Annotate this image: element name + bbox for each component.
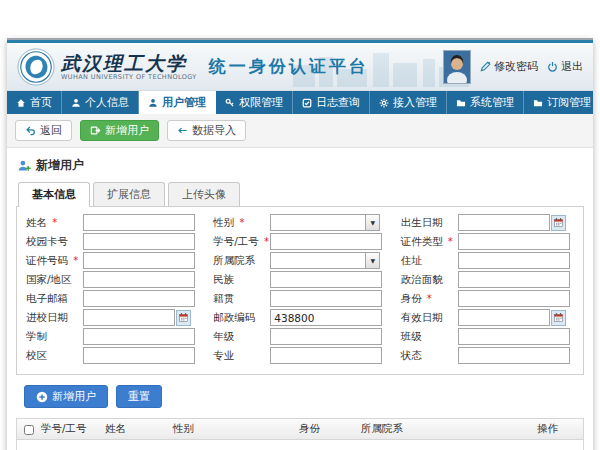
- platform-title: 统一身份认证平台: [209, 55, 369, 78]
- field-postal-code-input[interactable]: [270, 309, 382, 326]
- field-campus-card-no-input[interactable]: [83, 233, 195, 250]
- nav-item-log-query[interactable]: 日志查询: [293, 91, 370, 114]
- field-gender-select[interactable]: ▼: [270, 214, 380, 231]
- reset-button[interactable]: 重置: [116, 385, 162, 408]
- folder-icon: [456, 98, 466, 108]
- field-campus-input[interactable]: [83, 347, 195, 364]
- back-arrow-icon: [25, 125, 36, 136]
- nav-item-access-management[interactable]: 接入管理: [370, 91, 447, 114]
- university-name-cn: 武汉理工大学: [61, 53, 197, 73]
- field-campus-card-no-label: 校园卡号: [19, 235, 83, 249]
- key-icon: [225, 98, 235, 108]
- tab-extended-info[interactable]: 扩展信息: [93, 182, 165, 206]
- field-birth-date-input[interactable]: [458, 214, 550, 231]
- field-ethnicity-input[interactable]: [270, 271, 382, 288]
- field-name-label: 姓名 *: [19, 216, 83, 230]
- import-arrow-icon: [177, 125, 188, 136]
- field-id-type-label: 证件类型 *: [394, 235, 458, 249]
- data-import-button[interactable]: 数据导入: [167, 120, 246, 141]
- field-enroll-date-input[interactable]: [83, 309, 175, 326]
- log-icon: [302, 98, 312, 108]
- field-identity-input[interactable]: [458, 290, 570, 307]
- field-schooling-length-label: 学制: [19, 330, 83, 344]
- calendar-button-enroll-date[interactable]: [176, 310, 191, 326]
- form-row-native-place: 籍贯: [206, 290, 393, 307]
- add-user-icon: [90, 125, 101, 136]
- field-department-select[interactable]: ▼: [270, 252, 380, 269]
- nav-item-user-management[interactable]: 用户管理: [139, 91, 216, 114]
- chevron-down-icon: ▼: [365, 253, 379, 268]
- user-icon: [148, 98, 158, 108]
- field-major-input[interactable]: [270, 347, 382, 364]
- select-all-cell: [17, 423, 39, 435]
- form-actions: 新增用户 重置: [16, 375, 584, 418]
- nav-item-label: 个人信息: [85, 95, 129, 110]
- field-native-place-input[interactable]: [270, 290, 382, 307]
- tab-basic-info[interactable]: 基本信息: [18, 182, 90, 207]
- university-name-en: WUHAN UNIVERSITY OF TECHNOLOGY: [61, 73, 197, 81]
- user-avatar[interactable]: [443, 50, 471, 84]
- back-button[interactable]: 返回: [15, 120, 72, 141]
- add-user-toolbar-button[interactable]: 新增用户: [80, 120, 159, 141]
- field-class-input[interactable]: [458, 328, 570, 345]
- field-email-label: 电子邮箱: [19, 292, 83, 306]
- nav-item-label: 权限管理: [239, 95, 283, 110]
- section-header: 新增用户: [16, 154, 584, 182]
- field-student-no-input[interactable]: [270, 233, 382, 250]
- nav-item-permission-management[interactable]: 权限管理: [216, 91, 293, 114]
- form-row-grade: 年级: [206, 328, 393, 345]
- form-row-political-status: 政治面貌: [394, 271, 581, 288]
- field-id-type-input[interactable]: [458, 233, 570, 250]
- nav-item-system-management[interactable]: 系统管理: [447, 91, 524, 114]
- field-country-region-input[interactable]: [83, 271, 195, 288]
- field-class-label: 班级: [394, 330, 458, 344]
- tab-strip: 基本信息扩展信息上传头像: [16, 182, 584, 206]
- logout-link[interactable]: 退出: [547, 59, 583, 74]
- form-row-address: 住址: [394, 252, 581, 269]
- field-major-label: 专业: [206, 349, 270, 363]
- add-user-toolbar-label: 新增用户: [105, 124, 149, 137]
- field-valid-date-label: 有效日期: [394, 311, 458, 325]
- tab-upload-avatar[interactable]: 上传头像: [168, 182, 240, 206]
- nav-item-subscription-management[interactable]: 订阅管理: [524, 91, 600, 114]
- select-all-checkbox[interactable]: [24, 425, 34, 435]
- calendar-button-valid-date[interactable]: [551, 310, 566, 326]
- new-user-icon: [18, 159, 31, 172]
- form-column-3: 出生日期证件类型 *住址政治面貌身份 *有效日期班级状态: [394, 214, 581, 366]
- field-grade-input[interactable]: [270, 328, 382, 345]
- form-row-campus: 校区: [19, 347, 206, 364]
- field-email-input[interactable]: [83, 290, 195, 307]
- field-id-number-label: 证件号码 *: [19, 254, 83, 268]
- field-id-number-input[interactable]: [83, 252, 195, 269]
- user-icon: [71, 98, 81, 108]
- field-name-input[interactable]: [83, 214, 195, 231]
- field-schooling-length-input[interactable]: [83, 328, 195, 345]
- field-status-input[interactable]: [458, 347, 570, 364]
- field-status-label: 状态: [394, 349, 458, 363]
- form-row-email: 电子邮箱: [19, 290, 206, 307]
- form-row-birth-date: 出生日期: [394, 214, 581, 231]
- folder-icon: [533, 98, 543, 108]
- app-window: 武汉理工大学 WUHAN UNIVERSITY OF TECHNOLOGY 统一…: [7, 38, 593, 450]
- nav-item-personal-info[interactable]: 个人信息: [62, 91, 139, 114]
- field-enroll-date-label: 进校日期: [19, 311, 83, 325]
- change-password-link[interactable]: 修改密码: [480, 59, 538, 74]
- gear-icon: [379, 98, 389, 108]
- content-area: 新增用户 基本信息扩展信息上传头像 姓名 *校园卡号证件号码 *国家/地区电子邮…: [7, 148, 593, 450]
- field-political-status-input[interactable]: [458, 271, 570, 288]
- chevron-down-icon: ▼: [365, 215, 379, 230]
- field-address-input[interactable]: [458, 252, 570, 269]
- table-header-1: 学号/工号: [39, 422, 103, 436]
- field-department-label: 所属院系: [206, 254, 270, 268]
- submit-add-user-button[interactable]: 新增用户: [24, 385, 108, 408]
- basic-info-form: 姓名 *校园卡号证件号码 *国家/地区电子邮箱进校日期学制校区性别 *▼学号/工…: [16, 206, 584, 375]
- calendar-button-birth-date[interactable]: [551, 215, 566, 231]
- form-row-ethnicity: 民族: [206, 271, 393, 288]
- field-identity-label: 身份 *: [394, 292, 458, 306]
- nav-item-home[interactable]: 首页: [7, 91, 62, 114]
- nav-item-label: 系统管理: [470, 95, 514, 110]
- field-valid-date-input[interactable]: [458, 309, 550, 326]
- field-campus-label: 校区: [19, 349, 83, 363]
- pencil-icon: [480, 61, 491, 72]
- field-birth-date-label: 出生日期: [394, 216, 458, 230]
